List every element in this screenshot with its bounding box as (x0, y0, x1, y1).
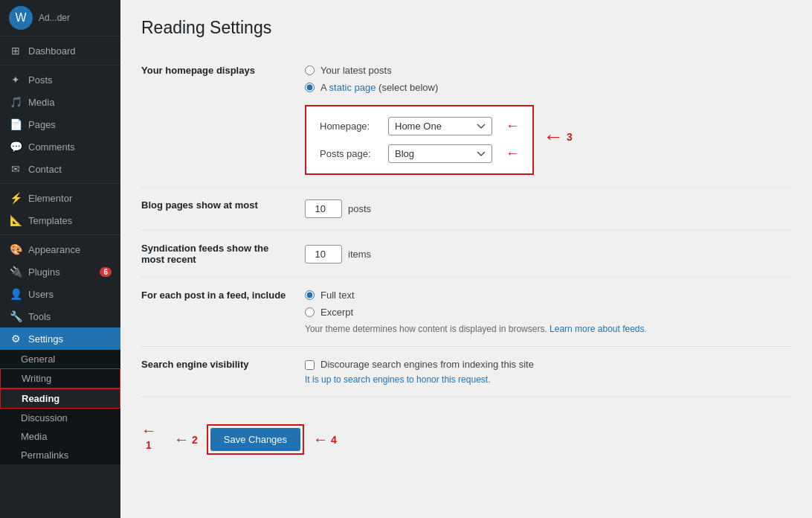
posts-page-select[interactable]: Blog Home One About Contact (388, 144, 492, 163)
syndication-suffix: items (348, 249, 371, 260)
submenu-label: Reading (22, 393, 59, 404)
homepage-select-label: Homepage: (320, 121, 379, 132)
syndication-input-wrap: items (305, 245, 791, 263)
plugins-icon: 🔌 (9, 266, 22, 278)
submenu-item-reading[interactable]: Reading (0, 388, 120, 409)
annotation-3-arrow: ← (543, 125, 564, 149)
sidebar-item-label: Dashboard (28, 45, 76, 57)
homepage-latest-posts-option[interactable]: Your latest posts (305, 65, 791, 76)
plugins-badge: 6 (100, 267, 112, 277)
sidebar-item-label: Settings (28, 333, 63, 345)
feed-include-row: For each post in a feed, include Full te… (141, 278, 791, 347)
settings-submenu: General Writing Reading Discussion Media… (0, 350, 120, 464)
posts-page-select-row: Posts page: Blog Home One About Contact … (320, 144, 519, 163)
pages-icon: 📄 (9, 118, 22, 130)
sidebar-item-label: Plugins (28, 266, 60, 278)
search-visibility-checkbox-row[interactable]: Discourage search engines from indexing … (305, 359, 791, 370)
sidebar-item-label: Appearance (28, 244, 80, 255)
blog-pages-suffix: posts (348, 203, 371, 214)
comments-icon: 💬 (9, 141, 22, 153)
sidebar-item-label: Media (28, 97, 54, 108)
static-page-radio[interactable] (305, 83, 315, 92)
homepage-select[interactable]: Home One Blog About Contact (388, 117, 492, 135)
homepage-static-page-option[interactable]: A static page (select below) (305, 82, 791, 93)
homepage-displays-row: Your homepage displays Your latest posts… (141, 53, 791, 188)
search-visibility-checkbox[interactable] (305, 360, 315, 370)
sidebar-item-posts[interactable]: ✦ Posts (0, 68, 120, 91)
full-text-radio[interactable] (305, 290, 315, 300)
feed-include-field: Full text Excerpt Your theme determines … (305, 278, 791, 347)
save-changes-button[interactable]: Save Changes (210, 428, 300, 451)
posts-icon: ✦ (9, 74, 22, 86)
sidebar-item-comments[interactable]: 💬 Comments (0, 135, 120, 158)
appearance-icon: 🎨 (9, 243, 22, 255)
wp-logo-icon: W (9, 6, 33, 30)
elementor-icon: ⚡ (9, 192, 22, 204)
sidebar-item-label: Users (28, 289, 54, 300)
sidebar-item-media[interactable]: 🎵 Media (0, 91, 120, 113)
sidebar-item-appearance[interactable]: 🎨 Appearance (0, 238, 120, 260)
sidebar-item-label: Tools (28, 311, 51, 322)
annotation-4-container: ← 4 (313, 431, 337, 448)
full-text-label: Full text (320, 290, 355, 301)
posts-page-select-label: Posts page: (320, 148, 379, 159)
sidebar-item-plugins[interactable]: 🔌 Plugins 6 (0, 260, 120, 283)
search-visibility-label: Search engine visibility (141, 347, 305, 397)
sidebar-item-contact[interactable]: ✉ Contact (0, 158, 120, 180)
submenu-item-discussion[interactable]: Discussion (0, 409, 120, 427)
submenu-item-permalinks[interactable]: Permalinks (0, 446, 120, 464)
submenu-label: General (21, 354, 55, 365)
full-text-option[interactable]: Full text (305, 290, 791, 301)
dashboard-icon: ⊞ (9, 45, 22, 57)
annotation-4-arrow: ← (313, 431, 328, 448)
sidebar-item-label: Contact (28, 164, 62, 175)
annotation-1-label: 1 (146, 439, 152, 451)
submenu-item-writing[interactable]: Writing (0, 368, 120, 388)
sidebar-item-tools[interactable]: 🔧 Tools (0, 305, 120, 327)
excerpt-radio[interactable] (305, 307, 315, 317)
tools-icon: 🔧 (9, 310, 22, 322)
static-page-link[interactable]: static page (329, 82, 376, 93)
annotation-2-label: 2 (192, 434, 198, 446)
learn-more-link[interactable]: Learn more about feeds (550, 324, 644, 334)
sidebar-item-pages[interactable]: 📄 Pages (0, 113, 120, 135)
sidebar-item-settings[interactable]: ⚙ Settings (0, 327, 120, 350)
submenu-label: Permalinks (21, 450, 68, 461)
sidebar-item-dashboard[interactable]: ⊞ Dashboard (0, 39, 120, 62)
static-page-label: A static page (select below) (320, 82, 438, 93)
blog-pages-input[interactable] (305, 199, 342, 218)
sidebar-item-elementor[interactable]: ⚡ Elementor (0, 187, 120, 209)
syndication-field: items (305, 231, 791, 278)
excerpt-option[interactable]: Excerpt (305, 307, 791, 318)
search-visibility-field: Discourage search engines from indexing … (305, 347, 791, 397)
homepage-displays-field: Your latest posts A static page (select … (305, 53, 791, 188)
sidebar-item-label: Templates (28, 215, 72, 226)
divider (0, 65, 120, 65)
submenu-label: Discussion (21, 412, 68, 423)
sidebar-item-templates[interactable]: 📐 Templates (0, 209, 120, 231)
users-icon: 👤 (9, 288, 22, 300)
search-visibility-description: It is up to search engines to honor this… (305, 374, 791, 385)
excerpt-label: Excerpt (320, 307, 353, 318)
brand-user: Ad...der (39, 13, 70, 23)
page-title: Reading Settings (141, 18, 791, 38)
homepage-select-row: Homepage: Home One Blog About Contact ← (320, 117, 519, 135)
blog-pages-field: posts (305, 188, 791, 231)
latest-posts-label: Your latest posts (320, 65, 392, 76)
submenu-item-general[interactable]: General (0, 350, 120, 368)
save-section: ← 1 ← 2 Save Changes ← 4 (141, 406, 791, 467)
sidebar-item-users[interactable]: 👤 Users (0, 283, 120, 305)
sidebar-item-label: Comments (28, 141, 75, 153)
submenu-item-media[interactable]: Media (0, 427, 120, 446)
arrow-homepage: ← (506, 118, 519, 134)
blog-pages-row: Blog pages show at most posts (141, 188, 791, 231)
feed-description-text: Your theme determines how content is dis… (305, 324, 547, 334)
syndication-input[interactable] (305, 245, 342, 263)
media-icon: 🎵 (9, 96, 22, 108)
latest-posts-radio[interactable] (305, 65, 315, 75)
sidebar-item-label: Posts (28, 74, 53, 86)
submenu-label: Media (21, 431, 47, 442)
save-btn-outer: Save Changes (207, 424, 304, 455)
annotation-4-label: 4 (331, 434, 337, 446)
sidebar-nav: ⊞ Dashboard ✦ Posts 🎵 Media 📄 Pages 💬 Co… (0, 36, 120, 467)
